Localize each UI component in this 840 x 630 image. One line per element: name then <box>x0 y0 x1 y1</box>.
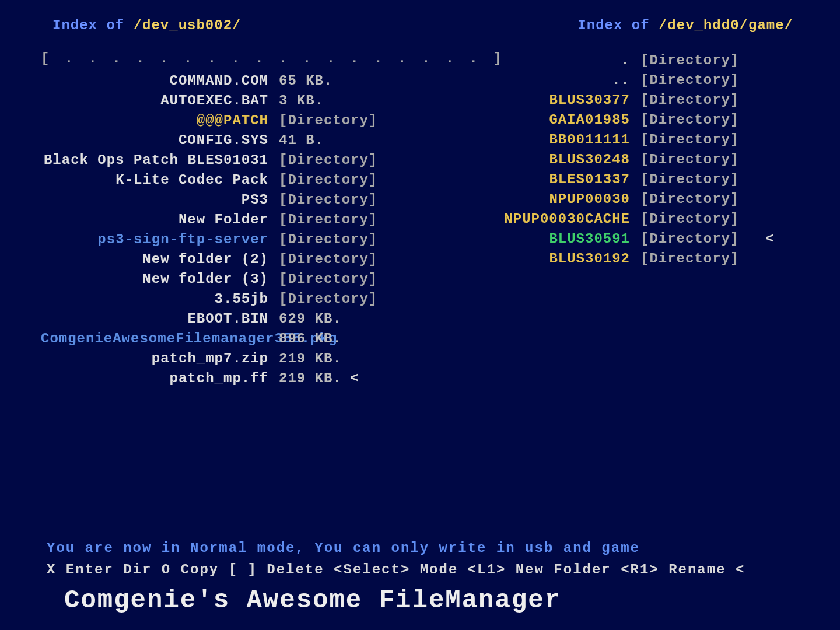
list-item[interactable]: AUTOEXEC.BAT3 KB. <box>41 91 449 111</box>
left-file-list: COMMAND.COM65 KB.AUTOEXEC.BAT3 KB.@@@PAT… <box>41 71 449 388</box>
file-size: [Directory] <box>279 170 377 190</box>
list-item[interactable]: BLUS30192[Directory] <box>449 249 811 269</box>
file-size: [Directory] <box>640 130 757 150</box>
file-name: 3.55jb <box>41 289 279 309</box>
file-name: .. <box>449 71 640 90</box>
list-item[interactable]: EBOOT.BIN629 KB. <box>41 309 449 329</box>
right-pane-header: Index of /dev_hdd0/game/ <box>578 18 793 33</box>
file-size: [Directory] <box>640 170 757 190</box>
file-name: NPUP00030 <box>449 190 640 209</box>
list-item[interactable]: .[Directory] <box>449 51 811 71</box>
footer: You are now in Normal mode, You can only… <box>0 540 840 615</box>
file-size: [Directory] <box>640 190 757 209</box>
file-name: K-Lite Codec Pack <box>41 170 279 190</box>
file-name: ps3-sign-ftp-server <box>41 230 279 250</box>
left-pane-header: Index of /dev_usb002/ <box>52 18 241 33</box>
file-name: AUTOEXEC.BAT <box>41 91 279 111</box>
right-index-word: Index of <box>578 18 659 33</box>
list-item[interactable]: K-Lite Codec Pack[Directory] <box>41 170 449 190</box>
file-size: [Directory] <box>279 250 377 270</box>
status-line: You are now in Normal mode, You can only… <box>47 540 805 556</box>
file-size: [Directory] <box>640 249 757 269</box>
file-name: NPUP00030CACHE <box>449 209 640 229</box>
file-size: 629 KB. <box>279 309 342 329</box>
file-manager-screen: Index of /dev_usb002/ Index of /dev_hdd0… <box>0 0 840 630</box>
file-size: 219 KB. <box>279 349 342 369</box>
file-size: 219 KB. <box>279 369 342 388</box>
file-size: 41 B. <box>279 131 324 150</box>
list-item[interactable]: NPUP00030[Directory] <box>449 190 811 209</box>
file-size: [Directory] <box>279 289 377 309</box>
list-item[interactable]: NPUP00030CACHE[Directory] <box>449 209 811 229</box>
list-item[interactable]: BB0011111[Directory] <box>449 130 811 150</box>
file-size: [Directory] <box>640 229 757 249</box>
file-size: [Directory] <box>279 230 377 250</box>
list-item[interactable]: New folder (2)[Directory] <box>41 250 449 270</box>
file-name: BLUS30591 <box>449 229 640 249</box>
list-item[interactable]: BLES01337[Directory] <box>449 170 811 190</box>
file-name: BB0011111 <box>449 130 640 150</box>
list-item[interactable]: @@@PATCH[Directory] <box>41 111 449 131</box>
file-name: New Folder <box>41 210 279 230</box>
file-name: . <box>449 51 640 71</box>
file-size: [Directory] <box>640 110 757 130</box>
list-item[interactable]: patch_mp.ff219 KB. < <box>41 369 449 388</box>
list-item[interactable]: BLUS30248[Directory] <box>449 150 811 170</box>
file-name: Black Ops Patch BLES01031 <box>41 150 279 170</box>
list-item[interactable]: New folder (3)[Directory] <box>41 270 449 289</box>
list-item[interactable]: BLUS30591[Directory]< <box>449 229 811 249</box>
list-item[interactable]: CONFIG.SYS41 B. <box>41 131 449 150</box>
file-name: @@@PATCH <box>41 111 279 131</box>
file-size: 896 KB. <box>279 329 342 349</box>
cursor-icon: < <box>342 369 359 388</box>
file-name: BLUS30377 <box>449 90 640 110</box>
list-item[interactable]: Black Ops Patch BLES01031[Directory] <box>41 150 449 170</box>
file-name: PS3 <box>41 190 279 210</box>
file-name: CONFIG.SYS <box>41 131 279 150</box>
file-size: 65 KB. <box>279 71 332 91</box>
left-pane[interactable]: [ . . . . . . . . . . . . . . . . . . ] … <box>41 51 449 388</box>
file-name: ComgenieAwesomeFilemanager355.pkg <box>41 329 279 349</box>
file-name: New folder (2) <box>41 250 279 270</box>
file-size: [Directory] <box>640 209 757 229</box>
file-name: COMMAND.COM <box>41 71 279 91</box>
file-name: BLUS30248 <box>449 150 640 170</box>
panes-container: [ . . . . . . . . . . . . . . . . . . ] … <box>12 51 828 388</box>
header-row: Index of /dev_usb002/ Index of /dev_hdd0… <box>12 18 828 33</box>
file-size: [Directory] <box>640 51 757 71</box>
list-item[interactable]: COMMAND.COM65 KB. <box>41 71 449 91</box>
file-name: patch_mp7.zip <box>41 349 279 369</box>
file-name: New folder (3) <box>41 270 279 289</box>
file-name: BLUS30192 <box>449 249 640 269</box>
file-size: [Directory] <box>279 190 377 210</box>
list-item[interactable]: PS3[Directory] <box>41 190 449 210</box>
file-size: [Directory] <box>279 270 377 289</box>
file-size: [Directory] <box>640 71 757 90</box>
file-size: 3 KB. <box>279 91 324 111</box>
parent-dir-row[interactable]: [ . . . . . . . . . . . . . . . . . . ] <box>41 51 449 66</box>
list-item[interactable]: patch_mp7.zip219 KB. <box>41 349 449 369</box>
file-name: GAIA01985 <box>449 110 640 130</box>
file-size: [Directory] <box>279 111 377 131</box>
app-title: Comgenie's Awesome FileManager <box>64 586 805 615</box>
list-item[interactable]: ..[Directory] <box>449 71 811 90</box>
right-path: /dev_hdd0/game/ <box>659 18 793 33</box>
list-item[interactable]: GAIA01985[Directory] <box>449 110 811 130</box>
list-item[interactable]: New Folder[Directory] <box>41 210 449 230</box>
file-size: [Directory] <box>279 150 377 170</box>
controls-line: X Enter Dir O Copy [ ] Delete <Select> M… <box>47 562 805 578</box>
list-item[interactable]: BLUS30377[Directory] <box>449 90 811 110</box>
file-size: [Directory] <box>640 90 757 110</box>
right-file-list: .[Directory]..[Directory]BLUS30377[Direc… <box>449 51 811 269</box>
left-path: /dev_usb002/ <box>134 18 242 33</box>
file-size: [Directory] <box>279 210 377 230</box>
list-item[interactable]: ComgenieAwesomeFilemanager355.pkg896 KB. <box>41 329 449 349</box>
cursor-icon: < <box>757 229 775 249</box>
file-name: BLES01337 <box>449 170 640 190</box>
right-pane[interactable]: .[Directory]..[Directory]BLUS30377[Direc… <box>449 51 811 388</box>
list-item[interactable]: 3.55jb[Directory] <box>41 289 449 309</box>
file-size: [Directory] <box>640 150 757 170</box>
list-item[interactable]: ps3-sign-ftp-server[Directory] <box>41 230 449 250</box>
file-name: EBOOT.BIN <box>41 309 279 329</box>
left-index-word: Index of <box>52 18 134 33</box>
